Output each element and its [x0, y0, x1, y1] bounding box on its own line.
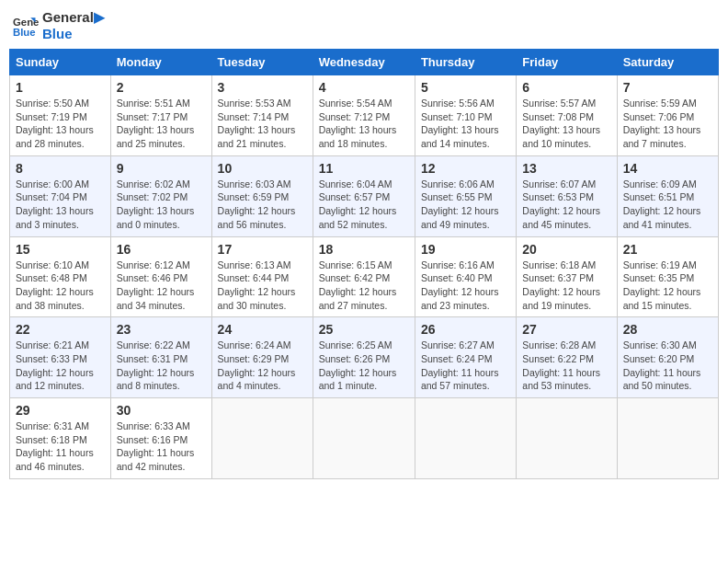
- day-number: 24: [218, 322, 307, 337]
- calendar-cell: [313, 398, 415, 479]
- day-info: Sunrise: 6:09 AM Sunset: 6:51 PM Dayligh…: [623, 178, 712, 232]
- week-row-5: 29Sunrise: 6:31 AM Sunset: 6:18 PM Dayli…: [10, 398, 719, 479]
- day-info: Sunrise: 5:56 AM Sunset: 7:10 PM Dayligh…: [421, 97, 510, 151]
- calendar-cell: 25Sunrise: 6:25 AM Sunset: 6:26 PM Dayli…: [313, 317, 415, 398]
- day-number: 12: [421, 161, 510, 176]
- day-number: 18: [319, 242, 409, 257]
- day-info: Sunrise: 6:00 AM Sunset: 7:04 PM Dayligh…: [16, 178, 105, 232]
- day-number: 21: [623, 242, 712, 257]
- day-number: 28: [623, 322, 712, 337]
- day-number: 5: [421, 80, 510, 95]
- day-info: Sunrise: 5:53 AM Sunset: 7:14 PM Dayligh…: [218, 97, 307, 151]
- day-number: 29: [16, 403, 105, 418]
- day-number: 7: [623, 80, 712, 95]
- day-info: Sunrise: 6:31 AM Sunset: 6:18 PM Dayligh…: [16, 419, 105, 474]
- day-info: Sunrise: 6:19 AM Sunset: 6:35 PM Dayligh…: [623, 259, 712, 313]
- day-info: Sunrise: 6:04 AM Sunset: 6:57 PM Dayligh…: [319, 178, 409, 232]
- day-info: Sunrise: 5:50 AM Sunset: 7:19 PM Dayligh…: [16, 97, 105, 151]
- calendar-cell: 24Sunrise: 6:24 AM Sunset: 6:29 PM Dayli…: [211, 317, 313, 398]
- calendar-cell: 27Sunrise: 6:28 AM Sunset: 6:22 PM Dayli…: [517, 317, 617, 398]
- svg-text:Blue: Blue: [13, 26, 36, 37]
- day-number: 20: [522, 242, 610, 257]
- day-info: Sunrise: 6:21 AM Sunset: 6:33 PM Dayligh…: [16, 339, 105, 393]
- calendar-cell: 2Sunrise: 5:51 AM Sunset: 7:17 PM Daylig…: [110, 75, 211, 156]
- day-number: 1: [16, 80, 105, 95]
- calendar-cell: 10Sunrise: 6:03 AM Sunset: 6:59 PM Dayli…: [211, 155, 313, 236]
- day-info: Sunrise: 6:10 AM Sunset: 6:48 PM Dayligh…: [16, 259, 105, 313]
- page-header: General Blue General▶ Blue: [9, 9, 719, 41]
- day-number: 16: [117, 242, 206, 257]
- day-info: Sunrise: 5:54 AM Sunset: 7:12 PM Dayligh…: [319, 97, 409, 151]
- day-number: 15: [16, 242, 105, 257]
- day-number: 30: [117, 403, 206, 418]
- calendar-cell: 19Sunrise: 6:16 AM Sunset: 6:40 PM Dayli…: [415, 236, 516, 317]
- weekday-header-thursday: Thursday: [415, 50, 516, 75]
- day-number: 23: [117, 322, 206, 337]
- day-info: Sunrise: 6:16 AM Sunset: 6:40 PM Dayligh…: [421, 259, 510, 313]
- day-info: Sunrise: 6:15 AM Sunset: 6:42 PM Dayligh…: [319, 259, 409, 313]
- calendar-cell: 29Sunrise: 6:31 AM Sunset: 6:18 PM Dayli…: [10, 398, 111, 479]
- calendar-cell: 16Sunrise: 6:12 AM Sunset: 6:46 PM Dayli…: [110, 236, 211, 317]
- calendar-cell: 1Sunrise: 5:50 AM Sunset: 7:19 PM Daylig…: [10, 75, 111, 156]
- day-number: 11: [319, 161, 409, 176]
- day-number: 14: [623, 161, 712, 176]
- week-row-4: 22Sunrise: 6:21 AM Sunset: 6:33 PM Dayli…: [10, 317, 719, 398]
- logo-icon: General Blue: [13, 13, 39, 39]
- calendar-cell: 8Sunrise: 6:00 AM Sunset: 7:04 PM Daylig…: [10, 155, 111, 236]
- day-info: Sunrise: 6:06 AM Sunset: 6:55 PM Dayligh…: [421, 178, 510, 232]
- calendar-cell: 6Sunrise: 5:57 AM Sunset: 7:08 PM Daylig…: [517, 75, 617, 156]
- day-number: 4: [319, 80, 409, 95]
- calendar-cell: [617, 398, 718, 479]
- weekday-header-tuesday: Tuesday: [211, 50, 313, 75]
- weekday-header-row: SundayMondayTuesdayWednesdayThursdayFrid…: [10, 50, 719, 75]
- week-row-3: 15Sunrise: 6:10 AM Sunset: 6:48 PM Dayli…: [10, 236, 719, 317]
- calendar-cell: 5Sunrise: 5:56 AM Sunset: 7:10 PM Daylig…: [415, 75, 516, 156]
- calendar-cell: 18Sunrise: 6:15 AM Sunset: 6:42 PM Dayli…: [313, 236, 415, 317]
- calendar-cell: 12Sunrise: 6:06 AM Sunset: 6:55 PM Dayli…: [415, 155, 516, 236]
- calendar-cell: 23Sunrise: 6:22 AM Sunset: 6:31 PM Dayli…: [110, 317, 211, 398]
- day-number: 25: [319, 322, 409, 337]
- day-info: Sunrise: 6:03 AM Sunset: 6:59 PM Dayligh…: [218, 178, 307, 232]
- day-info: Sunrise: 6:07 AM Sunset: 6:53 PM Dayligh…: [522, 178, 610, 232]
- day-number: 10: [218, 161, 307, 176]
- day-number: 26: [421, 322, 510, 337]
- calendar-cell: 28Sunrise: 6:30 AM Sunset: 6:20 PM Dayli…: [617, 317, 718, 398]
- calendar-cell: 13Sunrise: 6:07 AM Sunset: 6:53 PM Dayli…: [517, 155, 617, 236]
- calendar-cell: 30Sunrise: 6:33 AM Sunset: 6:16 PM Dayli…: [110, 398, 211, 479]
- calendar-cell: 21Sunrise: 6:19 AM Sunset: 6:35 PM Dayli…: [617, 236, 718, 317]
- day-number: 27: [522, 322, 610, 337]
- calendar-cell: 3Sunrise: 5:53 AM Sunset: 7:14 PM Daylig…: [211, 75, 313, 156]
- day-number: 19: [421, 242, 510, 257]
- calendar-cell: 26Sunrise: 6:27 AM Sunset: 6:24 PM Dayli…: [415, 317, 516, 398]
- weekday-header-monday: Monday: [110, 50, 211, 75]
- day-number: 13: [522, 161, 610, 176]
- calendar-cell: [415, 398, 516, 479]
- weekday-header-wednesday: Wednesday: [313, 50, 415, 75]
- calendar-cell: [211, 398, 313, 479]
- day-info: Sunrise: 6:02 AM Sunset: 7:02 PM Dayligh…: [117, 178, 206, 232]
- day-number: 8: [16, 161, 105, 176]
- day-info: Sunrise: 6:28 AM Sunset: 6:22 PM Dayligh…: [522, 339, 610, 393]
- day-number: 17: [218, 242, 307, 257]
- week-row-1: 1Sunrise: 5:50 AM Sunset: 7:19 PM Daylig…: [10, 75, 719, 156]
- day-number: 22: [16, 322, 105, 337]
- calendar-cell: 20Sunrise: 6:18 AM Sunset: 6:37 PM Dayli…: [517, 236, 617, 317]
- calendar-cell: 14Sunrise: 6:09 AM Sunset: 6:51 PM Dayli…: [617, 155, 718, 236]
- weekday-header-friday: Friday: [517, 50, 617, 75]
- day-info: Sunrise: 6:13 AM Sunset: 6:44 PM Dayligh…: [218, 259, 307, 313]
- calendar-cell: 4Sunrise: 5:54 AM Sunset: 7:12 PM Daylig…: [313, 75, 415, 156]
- calendar-cell: 17Sunrise: 6:13 AM Sunset: 6:44 PM Dayli…: [211, 236, 313, 317]
- day-info: Sunrise: 6:12 AM Sunset: 6:46 PM Dayligh…: [117, 259, 206, 313]
- day-info: Sunrise: 6:33 AM Sunset: 6:16 PM Dayligh…: [117, 419, 206, 474]
- day-info: Sunrise: 5:51 AM Sunset: 7:17 PM Dayligh…: [117, 97, 206, 151]
- day-info: Sunrise: 6:25 AM Sunset: 6:26 PM Dayligh…: [319, 339, 409, 393]
- calendar-cell: 22Sunrise: 6:21 AM Sunset: 6:33 PM Dayli…: [10, 317, 111, 398]
- day-info: Sunrise: 5:57 AM Sunset: 7:08 PM Dayligh…: [522, 97, 610, 151]
- calendar-cell: [517, 398, 617, 479]
- day-info: Sunrise: 5:59 AM Sunset: 7:06 PM Dayligh…: [623, 97, 712, 151]
- day-info: Sunrise: 6:22 AM Sunset: 6:31 PM Dayligh…: [117, 339, 206, 393]
- calendar-cell: 7Sunrise: 5:59 AM Sunset: 7:06 PM Daylig…: [617, 75, 718, 156]
- day-info: Sunrise: 6:18 AM Sunset: 6:37 PM Dayligh…: [522, 259, 610, 313]
- day-info: Sunrise: 6:24 AM Sunset: 6:29 PM Dayligh…: [218, 339, 307, 393]
- logo-text: General▶: [42, 9, 105, 26]
